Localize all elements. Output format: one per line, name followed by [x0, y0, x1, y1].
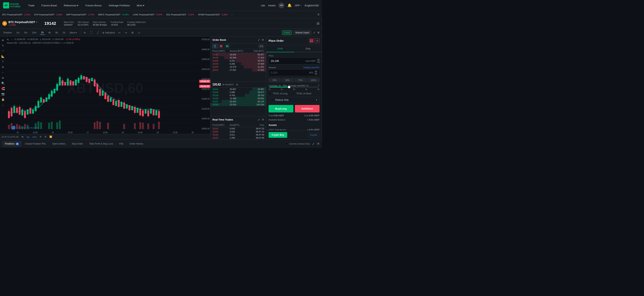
tpsl-short-checkbox[interactable]: [292, 92, 295, 95]
ticker-atom[interactable]: ATOM Perpetual/USDT -1.84%: [198, 14, 228, 16]
pattern-tool[interactable]: ✲: [1, 65, 5, 69]
tf-more[interactable]: More ▾: [69, 31, 78, 34]
tf-timeline[interactable]: Timeline: [2, 31, 13, 34]
amount-increment[interactable]: +: [315, 70, 318, 72]
nav-references[interactable]: References ▾: [62, 3, 80, 8]
text-tool[interactable]: T: [1, 60, 5, 64]
ticker-sol[interactable]: SOL Perpetual/USDT -2.91%: [166, 14, 194, 16]
ob-ask-row[interactable]: 19146 16.348 72.323: [210, 56, 266, 59]
settings-icon[interactable]: ⚙: [130, 30, 134, 35]
tab-take-profit-stop-loss[interactable]: Take Profit & Stop Loss: [86, 141, 116, 147]
ruler-tool[interactable]: ⬌: [1, 76, 5, 80]
nav-arbitrage[interactable]: Arbitrage Portfolios: [107, 3, 132, 8]
ob-bid-row[interactable]: 19141 25.897 25.897: [210, 88, 266, 91]
ob-ask-row[interactable]: 19143 14.379 41.401: [210, 65, 266, 68]
price-input[interactable]: [271, 60, 304, 62]
rt-expand-icon[interactable]: ⤢: [258, 118, 260, 122]
pct-50[interactable]: 50%: [282, 78, 294, 82]
ob-close-icon[interactable]: ✕: [262, 38, 264, 42]
ticker-eth[interactable]: ETH Perpetual/USDT -2.06%: [34, 14, 62, 16]
grid-icon[interactable]: ⊞: [316, 21, 320, 26]
chevron-down-icon[interactable]: ▾: [36, 21, 37, 24]
camera-tool[interactable]: 📷: [1, 92, 5, 96]
ob-bid-row[interactable]: 19137 22.424 82.115: [210, 100, 266, 103]
amount-decrement[interactable]: −: [315, 73, 318, 75]
draw-icon[interactable]: ✎: [7, 38, 9, 41]
ob-bid-row[interactable]: 19140 5.080 30.977: [210, 91, 266, 94]
tf-1d[interactable]: 1d: [62, 31, 66, 34]
tf-1m[interactable]: 1m: [15, 31, 21, 34]
rt-trade-row[interactable]: 19142 0.043 08:47:10: [210, 127, 266, 130]
ob-ask-row[interactable]: 19144 6.283 47.684: [210, 62, 266, 65]
nav-assets[interactable]: Assets: [268, 4, 276, 7]
ticker-btc[interactable]: BTC Perpetual/USDT -2.15%: [2, 14, 30, 16]
price-increment[interactable]: +: [317, 59, 320, 61]
bottom-expand-icon[interactable]: ⤢: [312, 142, 314, 146]
ticker-matic[interactable]: MATIC Perpetual/USDT +0.59%: [98, 14, 129, 16]
nav-app[interactable]: APP ↑: [295, 4, 302, 7]
po-header-settings-icon[interactable]: ⚙: [315, 38, 320, 43]
ob-ask-row[interactable]: 19147 16.634 88.957: [210, 53, 266, 56]
ticker-close-icon[interactable]: ✕: [317, 13, 320, 16]
ob-precision-dropdown[interactable]: 1 ▾: [258, 44, 264, 48]
nav-lite[interactable]: Lite: [261, 4, 265, 7]
tab-open-orders[interactable]: Open Orders: [50, 141, 68, 147]
ob-expand-icon[interactable]: ⤢: [258, 38, 260, 42]
rt-trade-row[interactable]: 19142 0.011 08:47:09: [210, 133, 266, 136]
rt-trade-row[interactable]: 19142 1.269 08:47:09: [210, 136, 266, 139]
ob-ask-row[interactable]: 19145 8.291 55.975: [210, 59, 266, 62]
undo-icon[interactable]: ↩: [117, 30, 122, 35]
line-tool[interactable]: ╱: [96, 30, 100, 35]
tf-1h[interactable]: 1h: [40, 30, 45, 35]
tab-stop-order[interactable]: Stop Order: [69, 141, 86, 147]
zoom-tool[interactable]: 🔍: [1, 81, 5, 85]
crypto-buy-button[interactable]: Crypto Buy: [268, 132, 287, 138]
ob-view-bids[interactable]: [225, 44, 230, 48]
leverage-slider[interactable]: [269, 87, 319, 88]
sell-short-button[interactable]: Sell/Short: [295, 105, 320, 112]
pct-25[interactable]: 25%: [268, 78, 281, 82]
slider-thumb[interactable]: [288, 86, 290, 88]
redo-icon[interactable]: ↪: [124, 30, 128, 35]
tab-stop[interactable]: Stop: [294, 45, 322, 52]
magnet-tool[interactable]: 🧲: [1, 86, 5, 91]
bell-icon[interactable]: 🔔: [288, 3, 292, 8]
market-depth-btn[interactable]: Market Depth: [293, 30, 312, 35]
pct-icon[interactable]: %: [22, 136, 24, 138]
ob-view-asks[interactable]: [218, 44, 224, 48]
tpsl-long-checkbox[interactable]: [268, 92, 271, 95]
chevron-right-icon[interactable]: ›: [232, 13, 232, 16]
logo[interactable]: KF KUCOINFUTURES: [3, 2, 20, 8]
po-header-table-icon[interactable]: [309, 38, 314, 43]
tf-8h[interactable]: 8h: [54, 31, 59, 34]
wave-tool[interactable]: 〰: [1, 49, 5, 53]
price-decrement[interactable]: −: [317, 61, 320, 63]
chart-settings-icon[interactable]: ⚙: [40, 136, 42, 138]
nav-futures-brawl[interactable]: Futures Brawl: [40, 3, 58, 8]
ticker-xrp[interactable]: XRP Perpetual/USDT -2.75%: [66, 14, 94, 16]
indicators-btn[interactable]: ⊕ Indicators: [102, 31, 115, 34]
pencil-tool[interactable]: ✎: [1, 44, 5, 48]
tab-limit[interactable]: Limit: [266, 45, 294, 52]
ob-bid-row[interactable]: 19138 19.949 59.691: [210, 97, 266, 100]
ob-view-both[interactable]: [212, 44, 218, 48]
ticker-lunc[interactable]: LUNC Perpetual/USDT -6.87%: [133, 14, 162, 16]
rt-trade-row[interactable]: 19142 0.026 08:47:10: [210, 130, 266, 133]
chart-compare-icon[interactable]: ⊞: [44, 136, 46, 138]
expand-chart-icon[interactable]: ⤢: [313, 31, 316, 34]
fullscreen-icon[interactable]: ⤢: [137, 30, 141, 35]
close-chart-icon[interactable]: ✕: [317, 30, 320, 35]
chart-btn[interactable]: Chart: [282, 30, 292, 35]
leverage-edit-icon[interactable]: ✎: [318, 84, 320, 87]
chevron-down-tool[interactable]: ⌄: [1, 103, 5, 107]
tab-fills[interactable]: Fills: [116, 141, 126, 147]
auto-btn[interactable]: auto: [32, 136, 36, 138]
cursor-tool[interactable]: ⛶: [89, 30, 94, 35]
tf-5m[interactable]: 5m: [23, 31, 29, 34]
crosshair-tool[interactable]: ✛: [83, 30, 87, 35]
ob-ask-row[interactable]: 19142 27.022 27.022: [210, 68, 266, 72]
nav-futures-bonus[interactable]: Futures Bonus: [84, 3, 103, 8]
tab-positions[interactable]: Positions 1: [2, 141, 22, 147]
log-btn[interactable]: log: [26, 136, 30, 138]
crosshair-tool[interactable]: ⊕: [1, 38, 5, 42]
